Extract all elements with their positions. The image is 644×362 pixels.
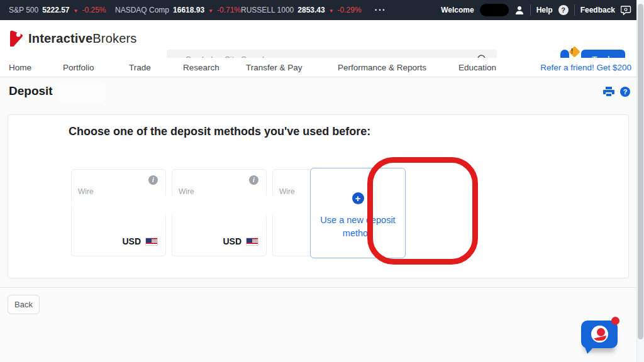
chat-notification-dot	[611, 317, 619, 325]
alert-badge-glyph: !	[568, 47, 576, 55]
info-icon[interactable]: i	[148, 175, 158, 185]
nav-item-performance-reports[interactable]: Performance & Reports	[338, 58, 426, 77]
ibkr-logo[interactable]: InteractiveBrokers	[8, 29, 137, 48]
currency-code: USD	[122, 236, 141, 246]
print-icon[interactable]	[603, 87, 614, 97]
divider	[574, 4, 575, 16]
deposit-methods-card: Choose one of the deposit methods you've…	[8, 114, 629, 278]
feedback-bubble-icon[interactable]	[621, 5, 631, 15]
currency-code: USD	[223, 236, 242, 246]
user-icon[interactable]	[514, 5, 525, 15]
nav-item-trade[interactable]: Trade	[129, 58, 151, 77]
brand-regular: Brokers	[92, 31, 136, 45]
index-change: -0.25%	[82, 6, 106, 14]
method-type: Wire	[78, 187, 94, 196]
page-title: Deposit	[9, 84, 53, 98]
index-label: S&P 500	[9, 6, 38, 14]
deposit-method-tile-2[interactable]: Wire i USD	[172, 169, 267, 256]
help-icon[interactable]: ?	[558, 5, 569, 15]
card-heading: Choose one of the deposit methods you've…	[69, 125, 370, 138]
divider	[0, 287, 636, 288]
page-title-actions: ?	[603, 87, 630, 97]
red-highlight-annotation	[367, 157, 478, 265]
index-label: RUSSELL 1000	[241, 6, 294, 14]
nav-item-portfolio[interactable]: Portfolio	[63, 58, 94, 77]
method-type: Wire	[179, 187, 194, 196]
index-label: NASDAQ Comp	[115, 6, 169, 14]
index-nasdaq: NASDAQ Comp 16618.93 ▼ -0.71%	[115, 0, 241, 20]
app-header: InteractiveBrokers ! Trade	[0, 20, 644, 58]
brand-name: InteractiveBrokers	[28, 31, 137, 46]
nav-item-research[interactable]: Research	[183, 58, 219, 77]
chat-widget-button[interactable]	[581, 317, 621, 353]
market-ticker-bar: S&P 500 5222.57 ▼ -0.25% NASDAQ Comp 166…	[0, 0, 644, 20]
ibkr-mascot-icon	[591, 326, 608, 343]
refer-a-friend-link[interactable]: Refer a friend! Get $200	[540, 58, 631, 77]
down-triangle-icon: ▼	[74, 8, 79, 14]
nav-item-education[interactable]: Education	[458, 58, 496, 77]
index-value: 16618.93	[173, 6, 204, 14]
us-flag-icon	[246, 238, 258, 246]
brand-bold: Interactive	[28, 31, 92, 45]
down-triangle-icon: ▼	[208, 8, 213, 14]
currency-row: USD	[223, 236, 258, 246]
more-indices-button[interactable]: •••	[375, 0, 386, 20]
index-change: -0.29%	[338, 6, 362, 14]
index-value: 5222.57	[42, 6, 69, 14]
page-help-icon[interactable]: ?	[620, 87, 630, 97]
nav-item-home[interactable]: Home	[9, 58, 31, 77]
ibkr-deposit-page: S&P 500 5222.57 ▼ -0.25% NASDAQ Comp 166…	[0, 0, 644, 362]
redacted-bank-names	[74, 199, 338, 212]
method-type: Wire	[279, 187, 295, 196]
index-russell: RUSSELL 1000 2853.43 ▼ -0.29%	[241, 0, 362, 20]
index-value: 2853.43	[297, 6, 325, 14]
primary-nav: Home Portfolio Trade Research Transfer &…	[0, 58, 644, 77]
plus-icon: +	[352, 192, 364, 204]
redacted-username	[480, 4, 509, 16]
welcome-label: Welcome	[441, 6, 474, 14]
deposit-method-tile-1[interactable]: Wire i USD	[71, 169, 166, 256]
index-change: -0.71%	[217, 6, 241, 14]
feedback-link[interactable]: Feedback	[580, 6, 615, 14]
scrollbar-thumb[interactable]	[638, 4, 643, 339]
nav-item-transfer-pay[interactable]: Transfer & Pay	[246, 58, 303, 77]
index-sp500: S&P 500 5222.57 ▼ -0.25%	[9, 0, 106, 20]
redacted-account-selector	[57, 82, 106, 102]
page-scrollbar[interactable]	[636, 0, 644, 362]
chat-bubble-icon	[581, 321, 618, 348]
info-icon[interactable]: i	[249, 175, 258, 185]
down-triangle-icon: ▼	[329, 8, 334, 14]
topbar-user-area: Welcome Help ? Feedback	[441, 0, 631, 20]
back-button[interactable]: Back	[8, 295, 40, 314]
help-link[interactable]: Help	[536, 6, 553, 14]
ibkr-logo-icon	[8, 29, 24, 48]
currency-row: USD	[122, 236, 158, 246]
divider	[530, 4, 531, 16]
us-flag-icon	[145, 238, 158, 246]
